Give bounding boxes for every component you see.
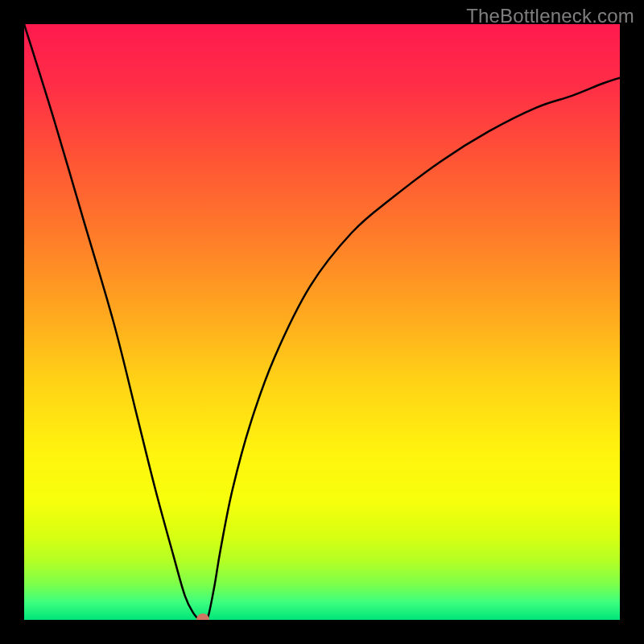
plot-area [24,24,620,620]
bottleneck-curve [24,24,620,620]
chart-stage: TheBottleneck.com [0,0,644,644]
watermark-text: TheBottleneck.com [466,5,634,27]
